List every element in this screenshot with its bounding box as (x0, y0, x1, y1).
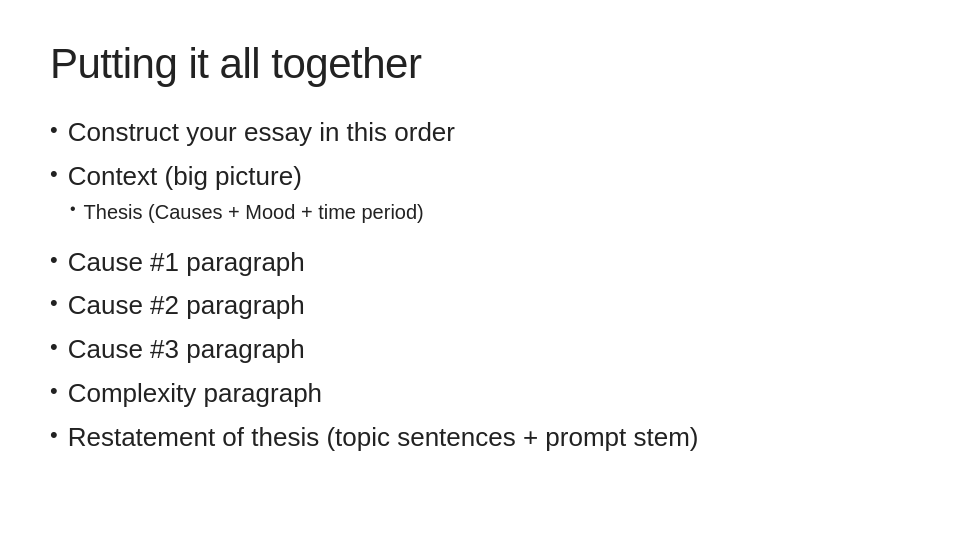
bullet-text: Cause #3 paragraph (68, 333, 305, 367)
slide: Putting it all together • Construct your… (0, 0, 960, 540)
sub-bullet-text: Thesis (Causes + Mood + time period) (84, 198, 424, 226)
bullet-icon: • (50, 377, 58, 406)
bullet-text: Context (big picture) (68, 160, 302, 194)
bullet-icon: • (50, 333, 58, 362)
list-item: • Cause #2 paragraph (50, 289, 910, 323)
list-item: • Construct your essay in this order (50, 116, 910, 150)
bullet-text: Cause #2 paragraph (68, 289, 305, 323)
bullet-text: Construct your essay in this order (68, 116, 455, 150)
bullet-list: • Construct your essay in this order • C… (50, 116, 910, 455)
list-item: • Thesis (Causes + Mood + time period) (70, 198, 424, 226)
bullet-icon: • (50, 421, 58, 450)
list-item: • Context (big picture) • Thesis (Causes… (50, 160, 910, 236)
slide-title: Putting it all together (50, 40, 910, 88)
bullet-text: Restatement of thesis (topic sentences +… (68, 421, 699, 455)
list-item: • Cause #1 paragraph (50, 246, 910, 280)
bullet-icon: • (50, 289, 58, 318)
bullet-icon: • (50, 160, 58, 189)
bullet-text: Complexity paragraph (68, 377, 322, 411)
bullet-icon: • (50, 116, 58, 145)
bullet-icon: • (50, 246, 58, 275)
sub-bullet-icon: • (70, 198, 76, 220)
list-item: • Restatement of thesis (topic sentences… (50, 421, 910, 455)
list-item: • Complexity paragraph (50, 377, 910, 411)
sub-bullet-list: • Thesis (Causes + Mood + time period) (70, 198, 424, 230)
bullet-text: Cause #1 paragraph (68, 246, 305, 280)
list-item: • Cause #3 paragraph (50, 333, 910, 367)
